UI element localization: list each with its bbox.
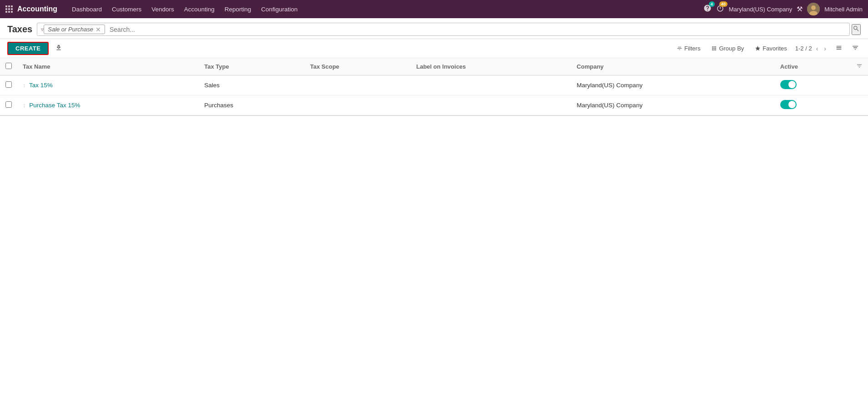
pagination-next[interactable]: ›	[822, 44, 828, 53]
row1-checkbox-cell[interactable]	[0, 75, 17, 95]
svg-rect-0	[5, 5, 7, 7]
search-area[interactable]: ▿ Sale or Purchase ✕	[37, 23, 850, 36]
list-view-button[interactable]	[833, 43, 844, 55]
svg-rect-6	[5, 11, 7, 13]
page-content: Taxes ▿ Sale or Purchase ✕ CREATE Filt	[0, 18, 868, 395]
col-tax-type: Tax Type	[199, 58, 305, 75]
filters-button[interactable]: Filters	[674, 44, 703, 53]
col-settings[interactable]	[851, 58, 868, 75]
pagination-prev[interactable]: ‹	[814, 44, 820, 53]
row2-checkbox-cell[interactable]	[0, 95, 17, 115]
toolbar-right: Filters Group By Favorites 1-2 / 2 ‹ ›	[674, 43, 861, 55]
groupby-button[interactable]: Group By	[708, 44, 747, 53]
row2-tax-scope	[305, 95, 411, 115]
topnav-right: 4 40 Maryland(US) Company ⚒ Mitchell Adm…	[703, 3, 863, 15]
timer-badge: 40	[719, 1, 728, 7]
row2-drag-handle[interactable]: ↕	[23, 102, 26, 109]
nav-configuration[interactable]: Configuration	[256, 4, 302, 15]
row2-tax-type: Purchases	[199, 95, 305, 115]
row2-active[interactable]	[775, 95, 851, 115]
filter-tag-label: Sale or Purchase	[48, 26, 93, 33]
topnav: Accounting Dashboard Customers Vendors A…	[0, 0, 868, 18]
row1-settings	[851, 75, 868, 95]
pagination-text: 1-2 / 2	[795, 45, 812, 52]
col-label-invoices: Label on Invoices	[411, 58, 571, 75]
search-input[interactable]	[107, 25, 846, 34]
page-title: Taxes	[7, 24, 32, 35]
page-header: Taxes ▿ Sale or Purchase ✕	[0, 18, 868, 39]
nav-accounting[interactable]: Accounting	[180, 4, 219, 15]
select-all-checkbox[interactable]	[5, 63, 12, 69]
row1-active-toggle[interactable]	[780, 80, 797, 89]
row2-settings	[851, 95, 868, 115]
svg-rect-7	[8, 11, 10, 13]
svg-rect-1	[8, 5, 10, 7]
row1-active[interactable]	[775, 75, 851, 95]
row1-tax-type: Sales	[199, 75, 305, 95]
favorites-button[interactable]: Favorites	[752, 44, 789, 53]
search-button[interactable]	[852, 24, 861, 35]
filter-close-button[interactable]: ✕	[95, 26, 101, 33]
favorites-label: Favorites	[763, 45, 787, 52]
bottom-divider	[0, 115, 868, 116]
nav-menu: Dashboard Customers Vendors Accounting R…	[67, 4, 702, 15]
download-button[interactable]	[52, 42, 65, 55]
row1-drag-handle[interactable]: ↕	[23, 82, 26, 89]
row2-active-toggle[interactable]	[780, 100, 797, 109]
col-tax-scope: Tax Scope	[305, 58, 411, 75]
row2-tax-name: ↕ Purchase Tax 15%	[17, 95, 199, 115]
app-grid-icon[interactable]	[5, 5, 13, 13]
col-tax-name: Tax Name	[17, 58, 199, 75]
create-button[interactable]: CREATE	[7, 42, 49, 55]
nav-vendors[interactable]: Vendors	[147, 4, 179, 15]
row2-checkbox[interactable]	[5, 101, 12, 108]
pagination: 1-2 / 2 ‹ ›	[795, 44, 828, 53]
row1-name-link[interactable]: Tax 15%	[29, 82, 53, 89]
row1-tax-name: ↕ Tax 15%	[17, 75, 199, 95]
avatar[interactable]	[807, 3, 820, 15]
table-row: ↕ Purchase Tax 15% Purchases Maryland(US…	[0, 95, 868, 115]
row2-name-link[interactable]: Purchase Tax 15%	[29, 102, 80, 109]
data-table: Tax Name Tax Type Tax Scope Label on Inv…	[0, 58, 868, 115]
table-row: ↕ Tax 15% Sales Maryland(US) Company	[0, 75, 868, 95]
nav-customers[interactable]: Customers	[107, 4, 146, 15]
groupby-label: Group By	[719, 45, 744, 52]
support-badge: 4	[709, 1, 715, 7]
col-company: Company	[571, 58, 775, 75]
svg-point-10	[811, 5, 816, 10]
svg-rect-2	[11, 5, 13, 7]
nav-reporting[interactable]: Reporting	[220, 4, 256, 15]
company-name: Maryland(US) Company	[729, 6, 792, 13]
svg-rect-3	[5, 8, 7, 10]
filter-tag: Sale or Purchase ✕	[44, 25, 105, 34]
filters-label: Filters	[684, 45, 700, 52]
svg-rect-8	[11, 11, 13, 13]
svg-rect-5	[11, 8, 13, 10]
row2-label-invoices	[411, 95, 571, 115]
username: Mitchell Admin	[824, 6, 863, 13]
col-active: Active	[775, 58, 851, 75]
col-select-all[interactable]	[0, 58, 17, 75]
row1-label-invoices	[411, 75, 571, 95]
toolbar: CREATE Filters Group By Favorites 1-2 / …	[0, 39, 868, 58]
search-bar: ▿ Sale or Purchase ✕	[37, 23, 861, 36]
support-icon[interactable]: 4	[703, 4, 712, 14]
row1-tax-scope	[305, 75, 411, 95]
row1-company: Maryland(US) Company	[571, 75, 775, 95]
timer-icon[interactable]: 40	[716, 4, 724, 14]
optional-columns-button[interactable]	[850, 43, 861, 55]
svg-rect-4	[8, 8, 10, 10]
app-title: Accounting	[17, 5, 57, 13]
row2-company: Maryland(US) Company	[571, 95, 775, 115]
wrench-icon[interactable]: ⚒	[797, 5, 803, 13]
row1-checkbox[interactable]	[5, 81, 12, 88]
nav-dashboard[interactable]: Dashboard	[67, 4, 106, 15]
